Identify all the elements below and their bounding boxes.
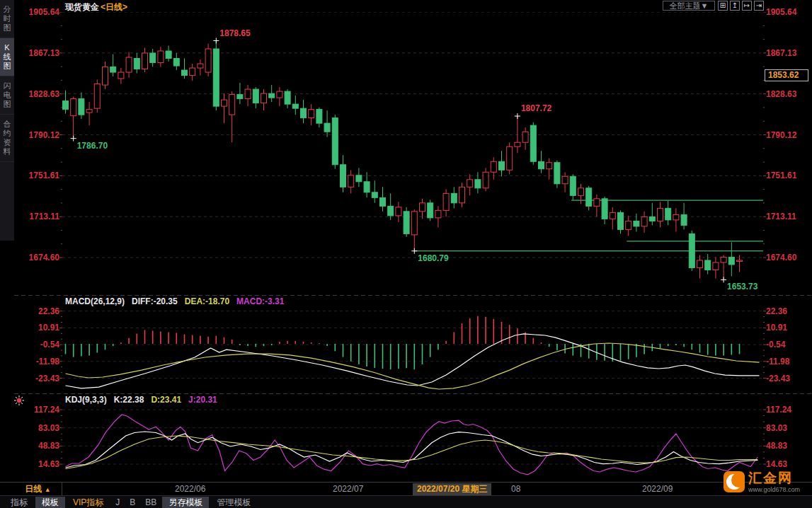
logo-url: www.gold678.com <box>748 486 800 493</box>
candle-body <box>380 197 386 206</box>
tab-B[interactable]: B <box>125 497 139 508</box>
candle-body <box>309 110 314 118</box>
candle-body <box>443 193 449 210</box>
axis-label: 10.91 <box>766 323 787 333</box>
period-selector[interactable]: 日线 ▲ <box>14 483 62 496</box>
tab-模板[interactable]: 模板 <box>35 497 65 508</box>
candle-body <box>396 207 401 216</box>
axis-label: 14.63 <box>14 459 59 469</box>
candle-body <box>530 125 536 161</box>
theme-dropdown[interactable]: 全部主题▼ <box>663 1 715 11</box>
candle-body <box>190 68 195 76</box>
axis-label: -23.43 <box>14 374 59 383</box>
candle-body <box>285 91 290 104</box>
candle-body <box>253 89 258 103</box>
kdj-header: KDJ(9,3,3)K:22.38D:23.41J:20.31 <box>65 395 224 405</box>
candle-body <box>166 51 171 59</box>
candle-body <box>562 176 568 184</box>
macd-diff-value: DIFF:-20.35 <box>132 296 178 306</box>
y-axis-scale-icon[interactable]: ↥ <box>730 1 740 11</box>
candle-body <box>681 214 687 225</box>
axis-label: 83.03 <box>14 423 59 433</box>
candle-body <box>483 172 488 188</box>
price-annotation: 1786.70 <box>77 142 108 151</box>
layout-grid-icon[interactable]: ⊞ <box>718 1 728 11</box>
candle-body <box>522 132 528 142</box>
candle-body <box>404 212 409 234</box>
candle-body <box>515 142 520 146</box>
header-icon-group: ⊞↥↦⇥ <box>718 1 764 11</box>
axis-label: 83.03 <box>766 423 787 433</box>
candle-body <box>626 221 631 229</box>
candle-body <box>554 163 560 184</box>
candle-body <box>205 49 211 72</box>
x-axis-scale-icon[interactable]: ↦ <box>742 1 752 11</box>
candle-body <box>94 84 100 109</box>
sidebar-item-合约资料[interactable]: 合 约 资 料 <box>0 115 14 162</box>
axis-label: -23.43 <box>766 374 790 383</box>
axis-label: 1713.11 <box>766 212 796 221</box>
candle-body <box>586 188 592 207</box>
candle-body <box>665 208 671 220</box>
axis-label: 22.36 <box>766 306 787 316</box>
candle-body <box>332 118 338 165</box>
period-tag: <日线> <box>101 2 127 12</box>
candle-body <box>277 91 282 98</box>
time-axis-label: 2022/09 <box>642 484 673 494</box>
tab-VIP指标[interactable]: VIP指标 <box>67 497 110 508</box>
axis-label: 48.83 <box>766 441 787 451</box>
axis-label: 1751.61 <box>14 171 59 180</box>
candle-body <box>737 260 743 262</box>
chart-title: 现货黄金<日线> <box>65 1 127 13</box>
candle-body <box>713 262 719 270</box>
kdj-k-value: K:22.38 <box>114 395 144 405</box>
tab-BB[interactable]: BB <box>141 497 161 508</box>
axis-label: 48.83 <box>14 441 59 451</box>
tab-另存模板[interactable]: 另存模板 <box>162 497 209 508</box>
axis-label: 1674.60 <box>14 253 59 262</box>
axis-label: 1867.13 <box>14 48 59 58</box>
tab-管理模板[interactable]: 管理模板 <box>210 497 257 508</box>
candle-body <box>411 212 417 235</box>
chart-canvas[interactable] <box>0 0 812 508</box>
macd-dea-value: DEA:-18.70 <box>185 296 229 306</box>
macd-title: MACD(26,12,9) <box>65 296 125 306</box>
candle-body <box>610 212 615 219</box>
candle-body <box>324 123 330 132</box>
tab-指标[interactable]: 指标 <box>4 497 34 508</box>
axis-label: 1674.60 <box>766 253 796 262</box>
axis-label: 10.91 <box>14 323 59 333</box>
alert-icon[interactable] <box>14 396 24 405</box>
time-axis-label: 2022/07 <box>333 484 363 494</box>
axis-label: 1905.64 <box>766 7 796 17</box>
period-label: 日线 <box>25 484 42 494</box>
candle-body <box>198 64 203 68</box>
sidebar-item-闪电图[interactable]: 闪 电 图 <box>0 76 14 115</box>
candle-body <box>213 49 219 106</box>
price-annotation: 1653.73 <box>727 282 757 291</box>
candle-body <box>103 67 108 86</box>
sidebar-item-分时图[interactable]: 分 时 图 <box>0 0 14 38</box>
j-line <box>66 415 758 475</box>
price-annotation: 1807.72 <box>521 104 551 113</box>
candle-body <box>269 93 275 98</box>
diff-line <box>66 334 760 388</box>
sidebar-item-K线图[interactable]: K 线 图 <box>0 38 14 76</box>
candle-body <box>673 214 679 220</box>
axis-label: 1867.13 <box>766 48 796 58</box>
axis-label: -11.98 <box>766 357 789 366</box>
candle-body <box>475 180 481 188</box>
tab-J[interactable]: J <box>111 497 124 508</box>
chart-type-sidebar: 分 时 图K 线 图闪 电 图合 约 资 料 <box>0 0 14 241</box>
candle-body <box>173 59 179 67</box>
time-axis-row: 日线 ▲ 2022/07/20 星期三 2022/062022/07082022… <box>0 482 812 495</box>
brand-logo: 汇金网 www.gold678.com <box>724 471 800 493</box>
candle-body <box>618 212 624 229</box>
candle-body <box>594 199 600 207</box>
axis-label: 1790.12 <box>14 130 59 140</box>
chevron-up-icon: ▲ <box>45 486 51 493</box>
candle-body <box>602 199 607 219</box>
pan-right-icon[interactable]: ⇥ <box>754 1 764 11</box>
last-price-tag: 1853.62 <box>765 69 808 81</box>
candle-body <box>63 101 69 110</box>
